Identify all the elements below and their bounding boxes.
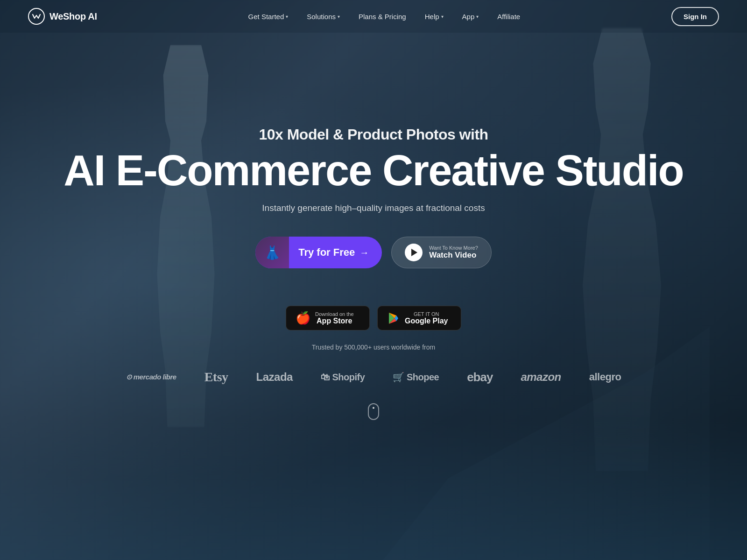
nav-app[interactable]: App ▾	[455, 9, 486, 24]
nav-solutions[interactable]: Solutions ▾	[299, 9, 347, 24]
brand-shopee[interactable]: 🛒 Shopee	[393, 371, 439, 383]
arrow-right-icon: →	[359, 247, 369, 258]
weshop-logo-icon	[28, 8, 45, 25]
hero-description: Instantly generate high–quality images a…	[262, 203, 485, 213]
try-free-button[interactable]: Try for Free →	[255, 237, 382, 268]
brand-lazada[interactable]: Lazada	[256, 371, 293, 384]
apple-icon: 🍎	[296, 311, 310, 325]
logo-text: WeShop AI	[49, 11, 97, 22]
nav-links: Get Started ▾ Solutions ▾ Plans & Pricin…	[241, 9, 528, 24]
brand-shopify[interactable]: 🛍 Shopify	[321, 372, 365, 383]
app-badges: 🍎 Download on the App Store GET IT ON Go…	[286, 306, 461, 330]
try-free-label: Try for Free →	[289, 246, 382, 259]
sign-in-button[interactable]: Sign In	[671, 7, 719, 26]
hero-background: WeShop AI Get Started ▾ Solutions ▾ Plan…	[0, 0, 747, 560]
google-badge-text: GET IT ON Google Play	[405, 311, 448, 325]
chevron-down-icon: ▾	[441, 14, 444, 19]
google-play-badge[interactable]: GET IT ON Google Play	[377, 306, 461, 330]
floor	[0, 420, 747, 560]
hero-content: 10x Model & Product Photos with AI E-Com…	[0, 33, 747, 420]
trusted-text: Trusted by 500,000+ users worldwide from	[312, 343, 435, 351]
chevron-down-icon: ▾	[286, 14, 288, 19]
hero-subtitle: 10x Model & Product Photos with	[259, 126, 488, 143]
nav-get-started[interactable]: Get Started ▾	[241, 9, 296, 24]
play-icon	[405, 244, 423, 261]
logo[interactable]: WeShop AI	[28, 8, 97, 25]
brand-ebay[interactable]: ebay	[467, 370, 493, 385]
apple-app-store-badge[interactable]: 🍎 Download on the App Store	[286, 306, 370, 330]
nav-affiliate[interactable]: Affiliate	[490, 9, 528, 24]
brand-amazon[interactable]: amazon	[521, 371, 561, 384]
nav-help[interactable]: Help ▾	[417, 9, 451, 24]
brand-mercadolibre[interactable]: ⊙ mercado libre	[126, 373, 176, 381]
apple-badge-text: Download on the App Store	[315, 311, 354, 325]
brand-logos: ⊙ mercado libre Etsy Lazada 🛍 Shopify 🛒 …	[89, 370, 659, 385]
navbar: WeShop AI Get Started ▾ Solutions ▾ Plan…	[0, 0, 747, 33]
scroll-down-icon	[368, 403, 379, 420]
watch-video-button[interactable]: Want To Know More? Watch Video	[391, 237, 492, 268]
svg-point-0	[28, 8, 44, 24]
google-play-icon	[387, 312, 400, 325]
chevron-down-icon: ▾	[338, 14, 340, 19]
chevron-down-icon: ▾	[476, 14, 479, 19]
nav-plans-pricing[interactable]: Plans & Pricing	[351, 9, 414, 24]
cta-row: Try for Free → Want To Know More? Watch …	[255, 237, 492, 268]
hero-title: AI E-Commerce Creative Studio	[63, 149, 683, 192]
watch-video-text: Want To Know More? Watch Video	[429, 245, 478, 260]
try-free-thumbnail	[255, 237, 289, 268]
scroll-arrow	[368, 403, 379, 420]
brand-etsy[interactable]: Etsy	[204, 370, 228, 385]
brand-allegro[interactable]: allegro	[589, 371, 621, 383]
